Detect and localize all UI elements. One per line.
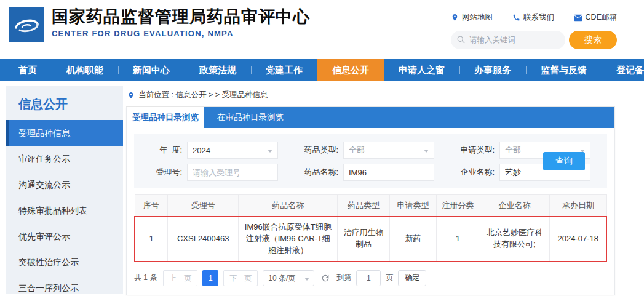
nav-item-party[interactable]: 党建工作 bbox=[251, 59, 317, 81]
cell-drug-name: IM96嵌合抗原受体T细胞注射液（IM96 CAR-T细胞注射液） bbox=[239, 217, 338, 262]
site-title: 国家药品监督管理局药品审评中心 bbox=[52, 6, 310, 27]
col-header-date: 承办日期 bbox=[550, 195, 606, 217]
accept-no-label: 受理号: bbox=[140, 167, 182, 178]
tab-bar: 受理品种目录浏览 在审品种目录浏览 bbox=[127, 107, 614, 128]
contact-link[interactable]: 联系我们 bbox=[512, 12, 554, 23]
cell-apply-type: 新药 bbox=[389, 217, 437, 262]
sidebar-item-accepted-varieties[interactable]: 受理品种信息 bbox=[6, 120, 123, 146]
sidebar-item-communication[interactable]: 沟通交流公示 bbox=[6, 172, 123, 198]
main-content: 当前位置 : 信息公开 > > 受理品种信息 受理品种目录浏览 在审品种目录浏览… bbox=[126, 87, 615, 295]
next-page-button[interactable]: 下一页 bbox=[223, 270, 258, 286]
refresh-button[interactable] bbox=[320, 273, 330, 283]
field-accept-no: 受理号: bbox=[140, 164, 278, 181]
keyword-search-input[interactable] bbox=[451, 31, 565, 49]
goto-page-input[interactable] bbox=[356, 270, 381, 286]
col-header-seq: 序号 bbox=[135, 195, 168, 217]
sitemap-label: 网站地图 bbox=[462, 12, 493, 23]
field-year: 年 度: 2024 bbox=[140, 142, 278, 159]
drug-type-value: 全部 bbox=[349, 145, 365, 156]
top-links: 网站地图 联系我们 CDE邮箱 bbox=[451, 12, 617, 23]
goto-suffix: 页 bbox=[386, 273, 393, 283]
cell-seq: 1 bbox=[135, 217, 168, 262]
search-button[interactable]: 搜索 bbox=[569, 31, 617, 49]
drug-name-box bbox=[343, 164, 434, 181]
sidebar-item-special-approval[interactable]: 特殊审批品种列表 bbox=[6, 198, 123, 223]
results-table-wrap: 序号 受理号 药品名称 药品类型 申请类型 注册分类 企业名称 承办日期 1 bbox=[134, 194, 607, 262]
highlighted-table-row[interactable]: 1 CXSL2400463 IM96嵌合抗原受体T细胞注射液（IM96 CAR-… bbox=[135, 217, 606, 262]
accept-no-input[interactable] bbox=[193, 164, 272, 180]
pagination: 共 1 条 上一页 1 下一页 10 条/页 到第 页 确定 bbox=[134, 270, 607, 286]
col-header-company: 企业名称 bbox=[479, 195, 550, 217]
refresh-icon bbox=[320, 273, 330, 283]
drug-name-input[interactable] bbox=[349, 164, 429, 180]
sidebar: 信息公开 受理品种信息 审评任务公示 沟通交流公示 特殊审批品种列表 优先审评公… bbox=[6, 86, 123, 294]
contact-label: 联系我们 bbox=[523, 12, 554, 23]
page-size-select[interactable]: 10 条/页 bbox=[263, 270, 314, 286]
cell-company: 北京艺妙医疗科技有限公司; bbox=[479, 217, 550, 262]
sitemap-link[interactable]: 网站地图 bbox=[451, 12, 493, 23]
chevron-down-icon bbox=[268, 150, 272, 153]
cell-drug-type: 治疗用生物制品 bbox=[338, 217, 389, 262]
nav-item-supervision[interactable]: 监督与反馈 bbox=[526, 59, 602, 81]
form-row-1: 年 度: 2024 药品类型: 全部 申请 bbox=[140, 142, 601, 159]
nav-item-registration-platform[interactable]: 登记备案平台 bbox=[602, 59, 644, 81]
nav-item-functions[interactable]: 机构职能 bbox=[52, 59, 118, 81]
search-icon bbox=[456, 35, 466, 44]
header-search-bar: 搜索 bbox=[451, 31, 617, 49]
sidebar-item-review-tasks[interactable]: 审评任务公示 bbox=[6, 146, 123, 172]
goto-prefix: 到第 bbox=[336, 273, 351, 283]
breadcrumb-text: 当前位置 : 信息公开 > > 受理品种信息 bbox=[138, 90, 268, 100]
content-panel: 受理品种目录浏览 在审品种目录浏览 年 度: 2024 药品类型: bbox=[126, 107, 615, 295]
tab-under-review-catalog[interactable]: 在审品种目录浏览 bbox=[204, 107, 296, 128]
drug-name-label: 药品名称: bbox=[296, 167, 338, 178]
accept-no-box bbox=[187, 164, 278, 181]
col-header-drug-type: 药品类型 bbox=[338, 195, 389, 217]
col-header-drug-name: 药品名称 bbox=[239, 195, 338, 217]
query-button[interactable]: 查询 bbox=[543, 152, 585, 170]
nav-item-news[interactable]: 新闻中心 bbox=[118, 59, 185, 81]
cde-logo bbox=[9, 7, 44, 42]
nav-item-applicant[interactable]: 申请人之窗 bbox=[384, 59, 459, 81]
col-header-accept-no: 受理号 bbox=[168, 195, 239, 217]
company-label: 企业名称: bbox=[453, 167, 495, 178]
field-drug-type: 药品类型: 全部 bbox=[296, 142, 434, 159]
chevron-down-icon bbox=[304, 278, 309, 281]
main-nav: 首页 机构职能 新闻中心 政策法规 党建工作 信息公开 申请人之窗 办事服务 监… bbox=[0, 59, 644, 81]
form-row-2: 受理号: 药品名称: 企业名称: bbox=[140, 164, 601, 181]
title-block: 国家药品监督管理局药品审评中心 CENTER FOR DRUG EVALUATI… bbox=[52, 6, 310, 38]
apply-type-label: 申请类型: bbox=[453, 145, 495, 156]
confirm-button[interactable]: 确定 bbox=[398, 270, 426, 286]
nav-item-home[interactable]: 首页 bbox=[4, 59, 52, 81]
sidebar-item-priority-review[interactable]: 优先审评公示 bbox=[6, 223, 123, 249]
sidebar-item-three-in-one[interactable]: 三合一序列公示 bbox=[6, 275, 123, 296]
mail-link[interactable]: CDE邮箱 bbox=[574, 12, 617, 23]
pagination-total: 共 1 条 bbox=[134, 273, 157, 283]
tab-accepted-catalog[interactable]: 受理品种目录浏览 bbox=[127, 107, 204, 128]
drug-type-select[interactable]: 全部 bbox=[343, 142, 434, 159]
prev-page-button[interactable]: 上一页 bbox=[163, 270, 197, 286]
sidebar-item-breakthrough-therapy[interactable]: 突破性治疗公示 bbox=[6, 249, 123, 275]
cell-date: 2024-07-18 bbox=[550, 217, 606, 262]
page-size-value: 10 条/页 bbox=[268, 274, 295, 282]
nav-item-info-disclosure[interactable]: 信息公开 bbox=[317, 59, 384, 81]
nav-item-policy[interactable]: 政策法规 bbox=[185, 59, 251, 81]
nav-item-services[interactable]: 办事服务 bbox=[459, 59, 526, 81]
drug-type-label: 药品类型: bbox=[296, 145, 338, 156]
mail-label: CDE邮箱 bbox=[586, 12, 617, 23]
table-header-row: 序号 受理号 药品名称 药品类型 申请类型 注册分类 企业名称 承办日期 bbox=[135, 195, 606, 217]
page: 国家药品监督管理局药品审评中心 CENTER FOR DRUG EVALUATI… bbox=[0, 0, 644, 296]
col-header-reg-class: 注册分类 bbox=[437, 195, 479, 217]
query-form: 年 度: 2024 药品类型: 全部 申请 bbox=[134, 134, 607, 188]
mail-icon bbox=[574, 14, 582, 22]
sidebar-title: 信息公开 bbox=[6, 86, 123, 120]
cell-reg-class: 1 bbox=[437, 217, 479, 262]
results-table: 序号 受理号 药品名称 药品类型 申请类型 注册分类 企业名称 承办日期 1 bbox=[134, 194, 607, 262]
phone-icon bbox=[512, 14, 520, 22]
logo-swirl-icon bbox=[12, 11, 41, 39]
site-subtitle: CENTER FOR DRUG EVALUATION, NMPA bbox=[52, 29, 310, 38]
apply-type-value: 全部 bbox=[505, 145, 521, 156]
location-pin-icon bbox=[127, 92, 135, 99]
year-select[interactable]: 2024 bbox=[187, 142, 278, 159]
chevron-down-icon bbox=[424, 150, 429, 153]
page-number-1[interactable]: 1 bbox=[202, 270, 218, 286]
